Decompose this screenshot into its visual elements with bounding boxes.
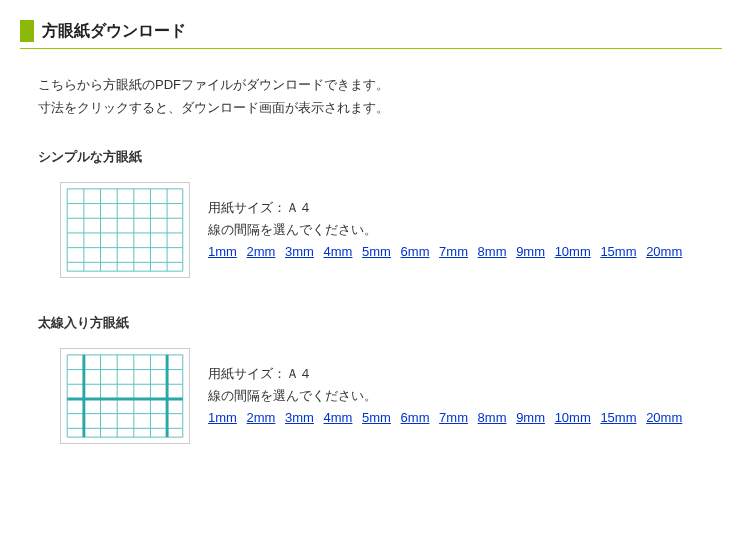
size-link[interactable]: 3mm	[285, 410, 314, 425]
item-row-bold: 用紙サイズ：Ａ４ 線の間隔を選んでください。 1mm 2mm 3mm 4mm 5…	[60, 348, 722, 444]
instruction-bold: 線の間隔を選んでください。	[208, 385, 688, 407]
grid-thumbnail-simple	[60, 182, 190, 278]
title-accent-bar	[20, 20, 34, 42]
size-link[interactable]: 3mm	[285, 244, 314, 259]
size-link[interactable]: 20mm	[646, 410, 682, 425]
size-link[interactable]: 6mm	[401, 410, 430, 425]
size-link[interactable]: 10mm	[555, 410, 591, 425]
item-info-simple: 用紙サイズ：Ａ４ 線の間隔を選んでください。 1mm 2mm 3mm 4mm 5…	[208, 197, 688, 263]
item-info-bold: 用紙サイズ：Ａ４ 線の間隔を選んでください。 1mm 2mm 3mm 4mm 5…	[208, 363, 688, 429]
size-link[interactable]: 15mm	[600, 410, 636, 425]
size-links-simple: 1mm 2mm 3mm 4mm 5mm 6mm 7mm 8mm 9mm 10mm…	[208, 241, 688, 263]
size-link[interactable]: 15mm	[600, 244, 636, 259]
size-link[interactable]: 20mm	[646, 244, 682, 259]
size-link[interactable]: 1mm	[208, 410, 237, 425]
size-link[interactable]: 10mm	[555, 244, 591, 259]
size-link[interactable]: 7mm	[439, 410, 468, 425]
page-title-text: 方眼紙ダウンロード	[42, 21, 186, 42]
size-link[interactable]: 9mm	[516, 410, 545, 425]
intro-text: こちらから方眼紙のPDFファイルがダウンロードできます。 寸法をクリックすると、…	[38, 73, 722, 120]
size-link[interactable]: 7mm	[439, 244, 468, 259]
item-row-simple: 用紙サイズ：Ａ４ 線の間隔を選んでください。 1mm 2mm 3mm 4mm 5…	[60, 182, 722, 278]
paper-size-simple: 用紙サイズ：Ａ４	[208, 197, 688, 219]
intro-line-1: こちらから方眼紙のPDFファイルがダウンロードできます。	[38, 73, 722, 96]
page-title: 方眼紙ダウンロード	[20, 20, 722, 49]
intro-line-2: 寸法をクリックすると、ダウンロード画面が表示されます。	[38, 96, 722, 119]
size-link[interactable]: 5mm	[362, 244, 391, 259]
size-link[interactable]: 8mm	[478, 410, 507, 425]
size-link[interactable]: 4mm	[324, 244, 353, 259]
size-link[interactable]: 6mm	[401, 244, 430, 259]
section-heading-bold: 太線入り方眼紙	[38, 314, 722, 332]
section-heading-simple: シンプルな方眼紙	[38, 148, 722, 166]
size-link[interactable]: 4mm	[324, 410, 353, 425]
size-link[interactable]: 2mm	[247, 244, 276, 259]
paper-size-bold: 用紙サイズ：Ａ４	[208, 363, 688, 385]
size-links-bold: 1mm 2mm 3mm 4mm 5mm 6mm 7mm 8mm 9mm 10mm…	[208, 407, 688, 429]
size-link[interactable]: 5mm	[362, 410, 391, 425]
grid-bold-icon	[61, 349, 189, 443]
instruction-simple: 線の間隔を選んでください。	[208, 219, 688, 241]
size-link[interactable]: 8mm	[478, 244, 507, 259]
size-link[interactable]: 9mm	[516, 244, 545, 259]
size-link[interactable]: 1mm	[208, 244, 237, 259]
grid-thumbnail-bold	[60, 348, 190, 444]
grid-icon	[61, 183, 189, 277]
size-link[interactable]: 2mm	[247, 410, 276, 425]
